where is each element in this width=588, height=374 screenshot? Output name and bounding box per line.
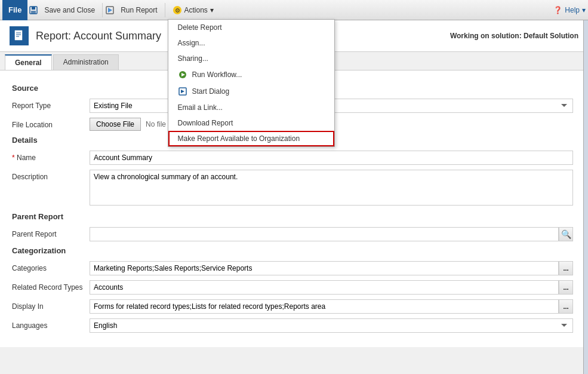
- assign-label: Assign...: [178, 39, 205, 47]
- display-in-row: Display In ...: [12, 299, 576, 314]
- tab-general[interactable]: General: [5, 54, 52, 70]
- display-in-input[interactable]: [90, 299, 559, 314]
- actions-wrapper: ⚙ Actions ▾ Delete Report Assign... Shar…: [168, 1, 218, 19]
- help-chevron-icon: ▾: [582, 6, 586, 14]
- languages-label: Languages: [12, 318, 90, 330]
- svg-rect-2: [31, 11, 36, 14]
- categories-multiselect: ...: [90, 261, 573, 275]
- email-link-label: Email a Link...: [178, 103, 223, 112]
- languages-row: Languages English: [12, 318, 576, 333]
- categories-control: ...: [90, 261, 573, 275]
- display-in-control: ...: [90, 299, 573, 314]
- related-record-types-input[interactable]: [90, 280, 559, 295]
- file-button[interactable]: File: [2, 0, 27, 20]
- svg-rect-10: [14, 30, 23, 41]
- parent-report-label: Parent Report: [12, 227, 90, 238]
- related-record-types-select-button[interactable]: ...: [559, 280, 573, 295]
- start-dialog-icon: [178, 87, 187, 96]
- separator-1: [102, 3, 103, 17]
- description-row: Description View a chronological summary…: [12, 170, 576, 207]
- file-location-label: File Location: [12, 118, 90, 129]
- separator-2: [165, 3, 165, 17]
- svg-rect-1: [32, 7, 35, 10]
- name-row: Name: [12, 151, 576, 165]
- categories-select-button[interactable]: ...: [559, 261, 573, 275]
- menu-item-make-report-available[interactable]: Make Report Available to Organization: [168, 131, 334, 146]
- page-header-left: Report: Account Summary: [10, 26, 161, 45]
- svg-text:⚙: ⚙: [175, 7, 180, 14]
- parent-report-lookup-button[interactable]: 🔍: [559, 227, 573, 241]
- display-in-select-button[interactable]: ...: [559, 299, 573, 314]
- description-control: View a chronological summary of an accou…: [90, 170, 573, 207]
- description-textarea[interactable]: View a chronological summary of an accou…: [90, 170, 573, 206]
- tab-administration[interactable]: Administration: [53, 54, 119, 70]
- parent-report-section-title: Parent Report: [12, 212, 576, 221]
- related-record-types-multiselect: ...: [90, 280, 573, 295]
- actions-icon: ⚙: [173, 5, 182, 15]
- categories-row: Categories ...: [12, 261, 576, 275]
- sharing-label: Sharing...: [178, 54, 208, 63]
- name-control: [90, 151, 573, 165]
- download-report-label: Download Report: [178, 119, 233, 127]
- menu-item-email-link[interactable]: Email a Link...: [168, 100, 334, 115]
- categories-label: Categories: [12, 261, 90, 272]
- menu-item-start-dialog[interactable]: Start Dialog: [168, 83, 334, 100]
- run-report-icon: [105, 5, 115, 15]
- make-report-available-label: Make Report Available to Organization: [178, 134, 300, 143]
- help-icon: ❓: [553, 6, 562, 14]
- page-title: Report: Account Summary: [36, 30, 161, 42]
- save-icon: [29, 5, 38, 15]
- svg-marker-9: [181, 90, 184, 93]
- run-workflow-icon: [178, 70, 187, 79]
- start-dialog-label: Start Dialog: [192, 87, 230, 96]
- menu-item-sharing[interactable]: Sharing...: [168, 51, 334, 66]
- actions-label: Actions: [184, 6, 208, 14]
- parent-report-lookup: 🔍: [90, 227, 573, 241]
- name-input[interactable]: [90, 151, 573, 165]
- actions-dropdown: Delete Report Assign... Sharing... Run W…: [168, 19, 335, 147]
- help-label: Help: [565, 6, 580, 14]
- actions-button[interactable]: ⚙ Actions ▾: [168, 1, 218, 19]
- display-in-label: Display In: [12, 299, 90, 311]
- save-close-button[interactable]: Save and Close: [39, 1, 100, 19]
- working-on-solution: Working on solution: Default Solution: [450, 32, 578, 40]
- related-record-types-label: Related Record Types: [12, 280, 90, 292]
- menu-item-delete-report[interactable]: Delete Report: [168, 20, 334, 35]
- run-workflow-label: Run Workflow...: [192, 70, 242, 79]
- lookup-icon: 🔍: [561, 229, 571, 239]
- display-in-multiselect: ...: [90, 299, 573, 314]
- parent-report-input[interactable]: [90, 227, 559, 241]
- categorization-section-title: Categorization: [12, 246, 576, 255]
- name-label: Name: [12, 151, 90, 162]
- right-sidebar: [583, 20, 588, 347]
- toolbar: File Save and Close Run Report ⚙ Actions…: [0, 0, 588, 20]
- menu-item-run-workflow[interactable]: Run Workflow...: [168, 66, 334, 83]
- choose-file-button[interactable]: Choose File: [90, 118, 141, 131]
- delete-report-label: Delete Report: [178, 23, 222, 32]
- parent-report-row: Parent Report 🔍: [12, 227, 576, 241]
- categories-input[interactable]: [90, 261, 559, 275]
- languages-select[interactable]: English: [90, 318, 573, 333]
- report-icon: [10, 26, 29, 45]
- menu-item-assign[interactable]: Assign...: [168, 35, 334, 51]
- run-report-button[interactable]: Run Report: [116, 1, 162, 19]
- description-label: Description: [12, 170, 90, 181]
- report-type-label: Report Type: [12, 99, 90, 110]
- parent-report-control: 🔍: [90, 227, 573, 241]
- related-record-types-row: Related Record Types ...: [12, 280, 576, 295]
- actions-chevron-icon: ▾: [210, 6, 214, 14]
- languages-control: English: [90, 318, 573, 333]
- menu-item-download-report[interactable]: Download Report: [168, 115, 334, 131]
- related-record-types-control: ...: [90, 280, 573, 295]
- help-button[interactable]: ❓ Help ▾: [553, 6, 586, 14]
